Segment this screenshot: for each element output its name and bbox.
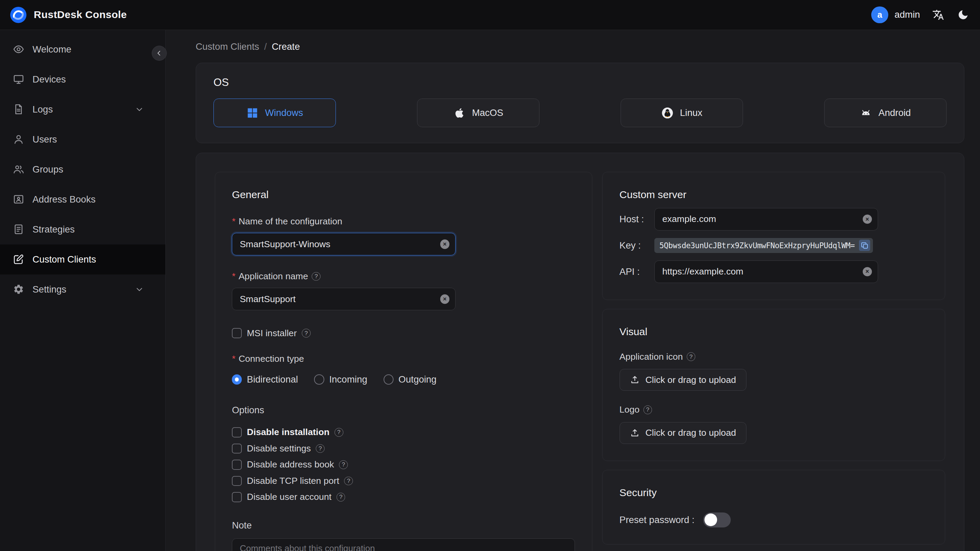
strategy-document-icon (13, 224, 24, 235)
logo-upload-button[interactable]: Click or drag to upload (620, 422, 746, 444)
os-button-linux[interactable]: Linux (620, 99, 743, 127)
connection-type-radio-group: Bidirectional Incoming Outgoing (232, 374, 575, 385)
windows-icon (246, 107, 259, 119)
help-icon[interactable]: ? (334, 428, 344, 437)
help-icon[interactable]: ? (337, 493, 345, 502)
main-content: Custom Clients / Create OS Windows MacOS (166, 30, 980, 551)
breadcrumb-parent[interactable]: Custom Clients (196, 41, 259, 52)
disable-address-book-row: Disable address book ? (232, 459, 575, 470)
sidebar-item-welcome[interactable]: Welcome (0, 34, 165, 64)
option-checkbox-list: Disable installation ? Disable settings … (232, 427, 575, 502)
disable-tcp-listen-port-checkbox[interactable] (232, 476, 242, 486)
address-book-icon (13, 194, 24, 205)
dark-mode-moon-icon[interactable] (956, 8, 970, 21)
gear-icon (13, 284, 24, 295)
checkbox-label: Disable TCP listen port (247, 476, 339, 486)
msi-installer-checkbox[interactable] (232, 328, 242, 338)
disable-installation-checkbox[interactable] (232, 427, 242, 437)
breadcrumb-separator: / (264, 41, 267, 52)
radio-button[interactable] (314, 374, 324, 384)
upload-button-label: Click or drag to upload (646, 428, 736, 438)
apple-icon (453, 107, 466, 119)
disable-settings-checkbox[interactable] (232, 444, 242, 454)
os-button-macos[interactable]: MacOS (417, 99, 539, 127)
help-icon[interactable]: ? (316, 444, 325, 453)
application-icon-upload-button[interactable]: Click or drag to upload (620, 369, 746, 391)
radio-label: Incoming (329, 374, 367, 385)
chevron-down-icon (135, 285, 144, 294)
help-icon[interactable]: ? (687, 352, 695, 361)
checkbox-label: Disable settings (247, 443, 311, 454)
radio-label: Outgoing (399, 374, 437, 385)
sidebar-item-users[interactable]: Users (0, 124, 165, 154)
help-icon[interactable]: ? (339, 460, 348, 469)
logo-label: Logo (620, 404, 640, 415)
general-card: General * Name of the configuration (215, 172, 592, 551)
breadcrumb-current: Create (272, 41, 300, 52)
radio-outgoing[interactable]: Outgoing (383, 374, 437, 385)
application-name-input[interactable] (232, 288, 455, 310)
help-icon[interactable]: ? (302, 329, 311, 338)
sidebar-item-label: Custom Clients (32, 254, 96, 265)
sidebar-item-strategies[interactable]: Strategies (0, 215, 165, 244)
shell: Welcome Devices Logs Users Groups Ad (0, 30, 980, 551)
os-button-windows[interactable]: Windows (213, 99, 336, 127)
radio-button[interactable] (383, 374, 393, 384)
disable-address-book-checkbox[interactable] (232, 460, 242, 470)
connection-type-label: Connection type (239, 354, 304, 364)
os-options-row: Windows MacOS Linu (213, 99, 947, 127)
user-avatar[interactable]: a (871, 6, 888, 23)
rustdesk-logo-icon (10, 6, 27, 23)
security-card: Security Preset password : (602, 470, 945, 545)
help-icon[interactable]: ? (643, 405, 652, 414)
custom-server-card: Custom server Host : Key : 5Qbwsde3u (602, 172, 945, 300)
config-name-field: * Name of the configuration (232, 216, 575, 255)
options-section-label: Options (232, 405, 575, 416)
preset-password-label: Preset password : (620, 514, 695, 526)
android-icon (860, 107, 872, 119)
topbar-right: a admin (871, 6, 970, 23)
sidebar: Welcome Devices Logs Users Groups Ad (0, 30, 166, 551)
disable-user-account-checkbox[interactable] (232, 492, 242, 502)
os-panel: OS Windows MacOS (196, 63, 965, 143)
connection-type-label-row: * Connection type (232, 354, 575, 364)
copy-icon[interactable] (859, 240, 870, 251)
sidebar-item-label: Settings (32, 284, 66, 295)
upload-icon (630, 428, 640, 438)
users-group-icon (13, 164, 24, 175)
sidebar-collapse-button[interactable] (152, 46, 167, 61)
radio-button[interactable] (232, 374, 242, 384)
config-name-input[interactable] (232, 233, 455, 255)
document-icon (13, 104, 24, 115)
key-row: Key : 5Qbwsde3unUcJBtrx9ZkvUmwFNoExHzpry… (620, 238, 928, 253)
radio-incoming[interactable]: Incoming (314, 374, 367, 385)
create-form-panel: General * Name of the configuration (196, 153, 965, 551)
api-input[interactable] (654, 261, 878, 283)
sidebar-item-devices[interactable]: Devices (0, 64, 165, 94)
msi-installer-label: MSI installer (247, 328, 297, 339)
sidebar-item-address-books[interactable]: Address Books (0, 185, 165, 215)
preset-password-toggle[interactable] (703, 513, 731, 527)
required-asterisk: * (232, 271, 235, 282)
host-input[interactable] (654, 208, 878, 231)
os-button-label: Windows (265, 107, 303, 118)
sidebar-item-settings[interactable]: Settings (0, 274, 165, 304)
help-icon[interactable]: ? (344, 477, 353, 486)
os-panel-title: OS (213, 76, 947, 89)
os-button-label: Android (878, 107, 911, 118)
os-button-label: Linux (680, 107, 702, 118)
sidebar-item-groups[interactable]: Groups (0, 154, 165, 185)
note-textarea[interactable] (232, 538, 575, 551)
application-icon-label: Application icon (620, 352, 683, 362)
checkbox-label: Disable user account (247, 492, 331, 502)
username: admin (894, 9, 920, 20)
os-button-android[interactable]: Android (824, 99, 947, 127)
application-name-label: Application name (239, 271, 308, 282)
translate-icon[interactable] (931, 8, 945, 21)
help-icon[interactable]: ? (312, 272, 321, 281)
sidebar-item-custom-clients[interactable]: Custom Clients (0, 244, 165, 274)
sidebar-item-logs[interactable]: Logs (0, 94, 165, 124)
sidebar-item-label: Groups (32, 164, 63, 175)
radio-bidirectional[interactable]: Bidirectional (232, 374, 298, 385)
sidebar-item-label: Logs (32, 104, 53, 115)
